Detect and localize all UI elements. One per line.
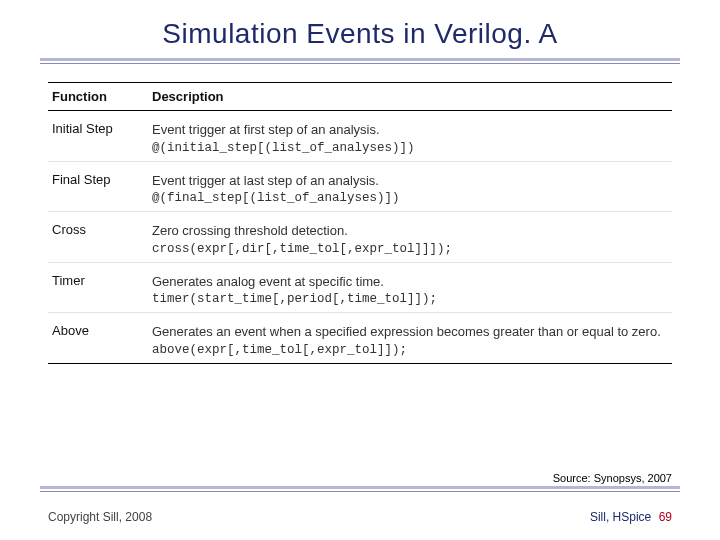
- footer-copyright: Copyright Sill, 2008: [48, 510, 152, 524]
- table-row: Timer Generates analog event at specific…: [48, 262, 672, 313]
- col-description: Description: [148, 83, 672, 111]
- desc-code: @(initial_step[(list_of_analyses)]): [152, 141, 666, 155]
- cell-desc: Zero crossing threshold detection. cross…: [148, 212, 672, 263]
- cell-desc: Event trigger at first step of an analys…: [148, 111, 672, 162]
- cell-func: Final Step: [48, 161, 148, 212]
- cell-desc: Generates an event when a specified expr…: [148, 313, 672, 364]
- footer-divider: [40, 486, 680, 492]
- footer-label: Sill, HSpice: [590, 510, 651, 524]
- desc-text: Generates an event when a specified expr…: [152, 323, 666, 341]
- table-row: Final Step Event trigger at last step of…: [48, 161, 672, 212]
- col-function: Function: [48, 83, 148, 111]
- footer-right: Sill, HSpice 69: [590, 510, 672, 524]
- table-row: Initial Step Event trigger at first step…: [48, 111, 672, 162]
- title-divider: [40, 58, 680, 64]
- table-header-row: Function Description: [48, 83, 672, 111]
- desc-code: timer(start_time[,period[,time_tol]]);: [152, 292, 666, 306]
- events-table-wrap: Function Description Initial Step Event …: [48, 82, 672, 364]
- cell-desc: Event trigger at last step of an analysi…: [148, 161, 672, 212]
- desc-text: Event trigger at last step of an analysi…: [152, 172, 666, 190]
- cell-func: Above: [48, 313, 148, 364]
- page-number: 69: [659, 510, 672, 524]
- table-row: Cross Zero crossing threshold detection.…: [48, 212, 672, 263]
- page-title: Simulation Events in Verilog. A: [0, 0, 720, 50]
- desc-text: Generates analog event at specific time.: [152, 273, 666, 291]
- cell-func: Initial Step: [48, 111, 148, 162]
- cell-desc: Generates analog event at specific time.…: [148, 262, 672, 313]
- slide: Simulation Events in Verilog. A Function…: [0, 0, 720, 540]
- events-table: Function Description Initial Step Event …: [48, 82, 672, 364]
- cell-func: Cross: [48, 212, 148, 263]
- desc-code: @(final_step[(list_of_analyses)]): [152, 191, 666, 205]
- cell-func: Timer: [48, 262, 148, 313]
- desc-code: above(expr[,time_tol[,expr_tol]]);: [152, 343, 666, 357]
- desc-text: Event trigger at first step of an analys…: [152, 121, 666, 139]
- desc-text: Zero crossing threshold detection.: [152, 222, 666, 240]
- source-citation: Source: Synopsys, 2007: [553, 472, 672, 484]
- desc-code: cross(expr[,dir[,time_tol[,expr_tol]]]);: [152, 242, 666, 256]
- table-row: Above Generates an event when a specifie…: [48, 313, 672, 364]
